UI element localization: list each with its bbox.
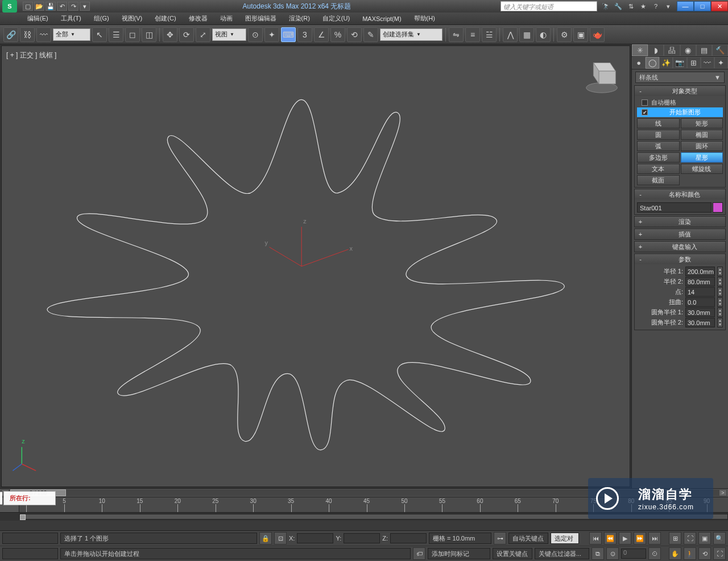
select-by-name-icon[interactable]: ☰ [109,27,123,42]
points-input[interactable]: 14 [685,287,715,297]
shape-donut[interactable]: 圆环 [681,141,723,151]
snap-toggle-icon[interactable]: 3 [297,27,312,42]
render-production-icon[interactable]: 🫖 [590,27,605,42]
viewport-canvas[interactable]: z z x y [2,46,630,487]
menu-group[interactable]: 组(G) [88,13,115,24]
layer-manager-icon[interactable]: ☱ [482,27,497,42]
qat-new-icon[interactable]: ▢ [23,2,33,11]
key-filters-button[interactable]: 关键点过滤器... [535,548,589,559]
category-dropdown[interactable]: 样条线▼ [635,72,725,83]
auto-key-button[interactable]: 自动关键点 [508,533,548,544]
start-new-shape-checkbox[interactable] [642,109,648,115]
tab-create-icon[interactable]: ✳ [632,44,648,56]
y-input[interactable] [344,533,380,543]
prev-key-icon[interactable]: ⏪ [604,532,617,545]
shape-helix[interactable]: 螺旋线 [681,164,723,174]
spinner-snap-icon[interactable]: ⟲ [347,27,362,42]
goto-end-icon[interactable]: ⏭ [648,532,661,545]
exchange-icon[interactable]: ⇅ [626,1,636,11]
radius2-spinner[interactable]: ▲▼ [717,277,723,286]
menu-tools[interactable]: 工具(T) [55,13,87,24]
help-icon[interactable]: ? [651,1,661,11]
selection-filter-dropdown[interactable]: 全部▼ [53,28,90,41]
lock-selection-icon[interactable]: 🔒 [259,532,272,545]
view-cube[interactable] [580,52,624,96]
menu-maxscript[interactable]: MAXScript(M) [357,14,407,23]
subtab-geometry-icon[interactable]: ● [632,57,646,69]
current-frame-input[interactable]: 0 [621,548,646,559]
rollout-interpolation-header[interactable]: +插值 [635,229,725,239]
align-icon[interactable]: ≡ [465,27,480,42]
play-icon[interactable]: ▶ [619,532,631,545]
qat-more-icon[interactable]: ▾ [80,2,90,11]
add-time-tag[interactable]: 添加时间标记 [428,548,490,559]
menu-modifiers[interactable]: 修改器 [183,13,213,24]
key-mode-toggle-icon[interactable]: ⧉ [592,547,604,560]
nav-max-toggle-icon[interactable]: ⛶ [713,547,726,560]
subtab-helpers-icon[interactable]: ⊞ [687,57,701,69]
bind-spacewarp-icon[interactable]: 〰 [36,27,51,42]
subtab-shapes-icon[interactable]: ◯ [646,57,659,69]
shape-ellipse[interactable]: 椭圆 [681,130,723,140]
z-input[interactable] [390,533,427,543]
radius1-input[interactable]: 200.0mm [685,267,715,276]
object-name-input[interactable]: Star001 [637,202,712,213]
select-object-icon[interactable]: ↖ [92,27,107,42]
menu-views[interactable]: 视图(V) [116,13,148,24]
wrench-icon[interactable]: 🔧 [613,1,623,11]
tab-utilities-icon[interactable]: 🔨 [712,44,728,56]
shape-star[interactable]: 星形 [681,152,723,163]
shape-section[interactable]: 截面 [637,175,680,185]
help-search-input[interactable]: 键入关键字或短语 [500,1,597,11]
qat-undo-icon[interactable]: ↶ [57,2,67,11]
star-shape[interactable] [47,99,564,450]
x-input[interactable] [297,533,333,543]
time-tag-icon[interactable]: 🏷 [413,547,425,560]
minimize-button[interactable]: — [677,1,694,11]
shape-ngon[interactable]: 多边形 [637,152,680,163]
ref-coord-dropdown[interactable]: 视图▼ [212,28,246,41]
rollout-keyboard-entry-header[interactable]: +键盘输入 [635,242,725,252]
set-key-button[interactable]: 设置关键点 [493,548,532,559]
comm-center-icon[interactable]: ⊶ [494,532,506,545]
script-mini-listener[interactable] [2,548,58,559]
star-icon[interactable]: ★ [638,1,648,11]
tab-display-icon[interactable]: ▤ [696,44,712,56]
schematic-view-icon[interactable]: ▦ [519,27,534,42]
rollout-parameters-header[interactable]: -参数 [635,254,725,264]
nav-walk-icon[interactable]: 🚶 [684,547,696,560]
qat-open-icon[interactable]: 📂 [34,2,44,11]
binoculars-icon[interactable]: 🔭 [601,1,611,11]
qat-redo-icon[interactable]: ↷ [68,2,78,11]
next-frame-button[interactable]: > [719,489,727,496]
menu-help[interactable]: 帮助(H) [408,13,441,24]
percent-snap-icon[interactable]: % [330,27,345,42]
rollout-name-color-header[interactable]: -名称和颜色 [635,189,725,200]
subtab-systems-icon[interactable]: ✦ [714,57,728,69]
fillet1-spinner[interactable]: ▲▼ [717,307,723,317]
menu-customize[interactable]: 自定义(U) [317,13,355,24]
close-button[interactable]: ✕ [711,1,728,11]
distortion-input[interactable]: 0.0 [685,297,715,307]
rendered-frame-icon[interactable]: ▣ [573,27,588,42]
keyboard-shortcut-icon[interactable]: ⌨ [281,27,296,42]
move-icon[interactable]: ✥ [163,27,177,42]
radius1-spinner[interactable]: ▲▼ [717,267,723,276]
auto-grid-checkbox[interactable] [642,99,648,106]
rotate-icon[interactable]: ⟳ [179,27,194,42]
tab-modify-icon[interactable]: ◗ [648,44,664,56]
next-key-icon[interactable]: ⏩ [634,532,646,545]
pivot-center-icon[interactable]: ⊙ [248,27,263,42]
fillet2-spinner[interactable]: ▲▼ [717,318,723,327]
nav-fov-icon[interactable]: ▣ [698,532,711,545]
select-window-crossing-icon[interactable]: ◫ [142,27,156,42]
render-setup-icon[interactable]: ⚙ [557,27,572,42]
points-spinner[interactable]: ▲▼ [717,287,723,297]
unlink-icon[interactable]: ⛓ [20,27,35,42]
fillet1-input[interactable]: 30.0mm [685,307,715,317]
rollout-object-type-header[interactable]: -对象类型 [635,86,725,96]
maximize-button[interactable]: □ [694,1,711,11]
goto-start-icon[interactable]: ⏮ [589,532,602,545]
time-config-icon[interactable]: ⊙ [606,547,619,560]
shape-arc[interactable]: 弧 [637,141,680,151]
